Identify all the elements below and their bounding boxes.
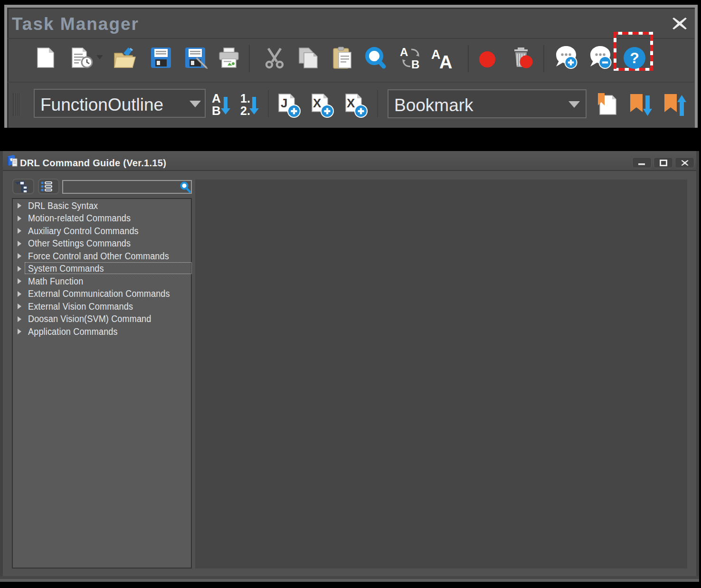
svg-text:X: X — [347, 96, 355, 110]
svg-text:B: B — [212, 104, 221, 118]
svg-text:A: A — [439, 52, 452, 69]
svg-text:1.: 1. — [240, 92, 250, 105]
svg-text:X: X — [313, 96, 322, 110]
svg-text:J: J — [281, 96, 287, 110]
svg-text:B: B — [411, 58, 419, 69]
svg-text:2.: 2. — [240, 104, 250, 117]
svg-text:A: A — [400, 47, 408, 58]
